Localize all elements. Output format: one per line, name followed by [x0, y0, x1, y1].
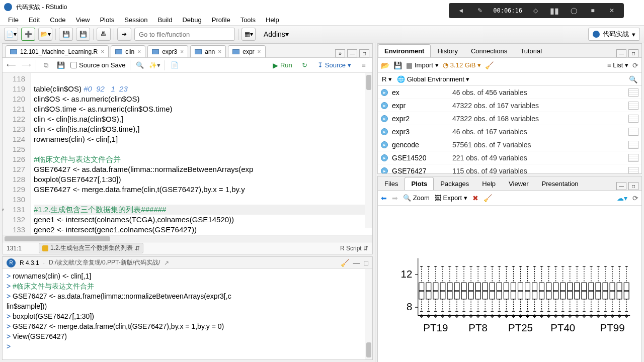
expand-icon[interactable]: ▸	[381, 141, 388, 148]
addins-menu[interactable]: Addins ▾	[259, 28, 294, 41]
env-row[interactable]: ▸expr346 obs. of 167 variables	[378, 125, 641, 138]
expand-icon[interactable]: ▸	[381, 154, 388, 161]
env-tab-history[interactable]: History	[431, 44, 464, 57]
close-tab-icon[interactable]: ×	[258, 48, 261, 55]
expand-icon[interactable]: ▸	[381, 89, 388, 96]
lang-selector[interactable]: R ▾	[382, 75, 392, 83]
rec-edit-icon[interactable]: ✎	[474, 5, 486, 17]
rec-shield-icon[interactable]: ◇	[529, 5, 541, 17]
plot-tab-plots[interactable]: Plots	[405, 177, 434, 190]
new-file-button[interactable]: 📄▾	[4, 28, 18, 41]
source-minimize-icon[interactable]: —	[347, 49, 357, 57]
run-button[interactable]: ▶Run	[270, 61, 295, 69]
wand-icon[interactable]: ✨▾	[149, 60, 160, 71]
menu-debug[interactable]: Debug	[178, 15, 205, 25]
plots-maximize-icon[interactable]: □	[628, 182, 638, 190]
source-more-tabs-icon[interactable]: »	[335, 49, 345, 57]
view-table-icon[interactable]	[628, 167, 638, 174]
publish-icon[interactable]: ☁▾	[617, 194, 627, 202]
menu-code[interactable]: Code	[46, 15, 69, 25]
search-env-icon[interactable]: 🔍	[629, 75, 637, 83]
menu-profile[interactable]: Profile	[208, 15, 234, 25]
console-clear-icon[interactable]: 🧹	[341, 259, 349, 267]
menu-plots[interactable]: Plots	[96, 15, 118, 25]
memory-usage[interactable]: ◔ 3.12 GiB ▾	[443, 61, 481, 69]
env-row[interactable]: ▸expr47322 obs. of 167 variables	[378, 99, 641, 112]
console-maximize-icon[interactable]: □	[364, 259, 368, 267]
file-tab[interactable]: expr3×	[147, 45, 188, 57]
plot-next-icon[interactable]: ➡	[392, 194, 398, 202]
menu-help[interactable]: Help	[262, 15, 283, 25]
zoom-button[interactable]: 🔍 Zoom	[403, 194, 430, 202]
find-icon[interactable]: 🔍	[134, 60, 145, 71]
nav-fwd-icon[interactable]: ⟶	[21, 60, 32, 71]
refresh-plot-icon[interactable]: ⟳	[632, 194, 638, 202]
save-ws-icon[interactable]: 💾	[393, 61, 402, 69]
editor-hscroll[interactable]	[3, 235, 372, 242]
view-table-icon[interactable]	[628, 141, 638, 149]
view-table-icon[interactable]	[628, 128, 638, 136]
import-button[interactable]: ▦Import ▾	[406, 61, 439, 69]
goto-prev-button[interactable]: ➜	[117, 28, 131, 41]
menu-edit[interactable]: Edit	[25, 15, 44, 25]
rerun-icon[interactable]: ↻	[299, 60, 310, 71]
expand-icon[interactable]: ▸	[381, 115, 388, 122]
show-in-new-icon[interactable]: ⧉	[40, 60, 51, 71]
env-tab-connections[interactable]: Connections	[464, 44, 514, 57]
load-ws-icon[interactable]: 📂	[381, 61, 389, 69]
plot-tab-packages[interactable]: Packages	[434, 177, 475, 190]
plot-tab-presentation[interactable]: Presentation	[535, 177, 585, 190]
goto-file-input[interactable]	[134, 28, 235, 41]
file-tab[interactable]: expr×	[228, 45, 265, 57]
refresh-env-icon[interactable]: ⟳	[632, 61, 638, 69]
scope-selector[interactable]: 🌐 Global Environment ▾	[397, 75, 469, 83]
menu-file[interactable]: File	[4, 15, 23, 25]
file-tab[interactable]: clin×	[111, 45, 145, 57]
compile-report-icon[interactable]: 📄	[169, 60, 180, 71]
env-row[interactable]: ▸expr247322 obs. of 168 variables	[378, 112, 641, 125]
view-table-icon[interactable]	[628, 102, 638, 110]
export-button[interactable]: 🖼 Export ▾	[435, 194, 467, 202]
env-tab-tutorial[interactable]: Tutorial	[514, 44, 548, 57]
env-row[interactable]: ▸GSE76427115 obs. of 49 variables	[378, 164, 641, 173]
clear-plots-icon[interactable]: 🧹	[484, 194, 492, 202]
list-view-button[interactable]: ≡ List ▾	[607, 61, 628, 69]
expand-icon[interactable]: ▸	[381, 102, 388, 109]
plot-prev-icon[interactable]: ⬅	[381, 194, 387, 202]
env-row[interactable]: ▸GSE14520221 obs. of 49 variables	[378, 151, 641, 164]
console[interactable]: > rownames(clin) <- clin[,1]> #临床文件与表达文件…	[3, 269, 372, 359]
file-tab[interactable]: 12.101_Machine_Learning.R×	[6, 45, 109, 57]
console-vscroll[interactable]	[365, 269, 372, 359]
plots-minimize-icon[interactable]: —	[616, 182, 626, 190]
source-on-save-checkbox[interactable]: Source on Save	[70, 61, 126, 69]
remove-plot-icon[interactable]: ✖	[472, 194, 478, 202]
project-selector[interactable]: 代码实战 ▾	[588, 28, 640, 41]
source-maximize-icon[interactable]: □	[359, 49, 369, 57]
env-row[interactable]: ▸ex46 obs. of 456 variables	[378, 86, 641, 99]
source-button[interactable]: ↧Source ▾	[314, 61, 354, 69]
menu-view[interactable]: View	[71, 15, 94, 25]
menu-build[interactable]: Build	[154, 15, 177, 25]
view-table-icon[interactable]	[628, 88, 638, 97]
env-minimize-icon[interactable]: —	[616, 49, 626, 57]
menu-tools[interactable]: Tools	[236, 15, 260, 25]
code-editor[interactable]: 1181191201211221231241251261271281291301…	[3, 73, 372, 235]
save-button[interactable]: 💾	[59, 28, 73, 41]
close-tab-icon[interactable]: ×	[137, 48, 141, 55]
plot-tab-files[interactable]: Files	[378, 177, 405, 190]
rec-pause-icon[interactable]: ▮▮	[548, 5, 560, 17]
rec-back-icon[interactable]: ◄	[455, 5, 467, 17]
console-minimize-icon[interactable]: —	[353, 259, 360, 267]
print-button[interactable]: 🖶	[97, 28, 111, 41]
rec-stop-icon[interactable]: ■	[587, 5, 599, 17]
close-tab-icon[interactable]: ×	[180, 48, 184, 55]
section-indicator[interactable]: 1.2.生成包含三个数据集的列表 ⇵	[39, 243, 143, 253]
rec-record-icon[interactable]: ◯	[568, 5, 580, 17]
file-tab[interactable]: ann×	[190, 45, 226, 57]
outline-icon[interactable]: ≡	[358, 60, 369, 71]
grid-button[interactable]: ▦▾	[242, 28, 256, 41]
expand-icon[interactable]: ▸	[381, 128, 388, 135]
open-file-button[interactable]: 📂▾	[38, 28, 52, 41]
close-tab-icon[interactable]: ×	[218, 48, 221, 55]
save-source-icon[interactable]: 💾	[55, 60, 66, 71]
